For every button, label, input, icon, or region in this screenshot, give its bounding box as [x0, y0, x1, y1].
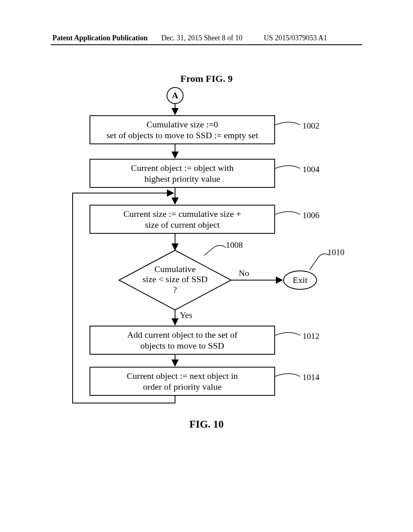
step-1004-line2: highest priority value [144, 173, 220, 185]
step-1012: Add current object to the set of objects… [90, 326, 275, 355]
ref-1004: 1004 [302, 164, 319, 175]
terminator-exit-label: Exit [293, 275, 308, 285]
step-1002: Cumulative size :=0 set of objects to mo… [90, 115, 275, 144]
step-1006-line1: Current size := cumulative size + [123, 208, 241, 220]
step-1004: Current object := object with highest pr… [90, 159, 275, 188]
figure-caption: FIG. 10 [0, 418, 413, 430]
decision-1008-line1: Cumulative [139, 264, 211, 274]
edge-label-yes: Yes [180, 310, 192, 320]
step-1006: Current size := cumulative size + size o… [90, 205, 275, 234]
step-1012-line2: objects to move to SSD [140, 340, 224, 351]
step-1014-line1: Current object := next object in [127, 370, 238, 382]
decision-1008-line2: size < size of SSD [139, 274, 211, 284]
decision-1008: Cumulative size < size of SSD ? [139, 264, 211, 295]
step-1006-line2: size of current object [145, 219, 219, 231]
terminator-exit: Exit [283, 270, 317, 290]
step-1002-line2: set of objects to move to SSD := empty s… [106, 130, 258, 141]
edge-label-no: No [239, 268, 249, 278]
ref-1006: 1006 [302, 210, 319, 220]
step-1002-line1: Cumulative size :=0 [146, 119, 218, 130]
ref-1010: 1010 [327, 247, 344, 258]
step-1014-line2: order of priority value [143, 381, 222, 393]
ref-1012: 1012 [302, 331, 319, 341]
ref-1014: 1014 [302, 372, 319, 382]
ref-1002: 1002 [302, 121, 319, 131]
step-1004-line1: Current object := object with [131, 162, 234, 174]
page: Patent Application Publication Dec. 31, … [0, 0, 413, 532]
step-1012-line1: Add current object to the set of [127, 329, 238, 341]
step-1014: Current object := next object in order o… [90, 367, 275, 396]
decision-1008-line3: ? [139, 285, 211, 295]
ref-1008: 1008 [226, 240, 243, 250]
